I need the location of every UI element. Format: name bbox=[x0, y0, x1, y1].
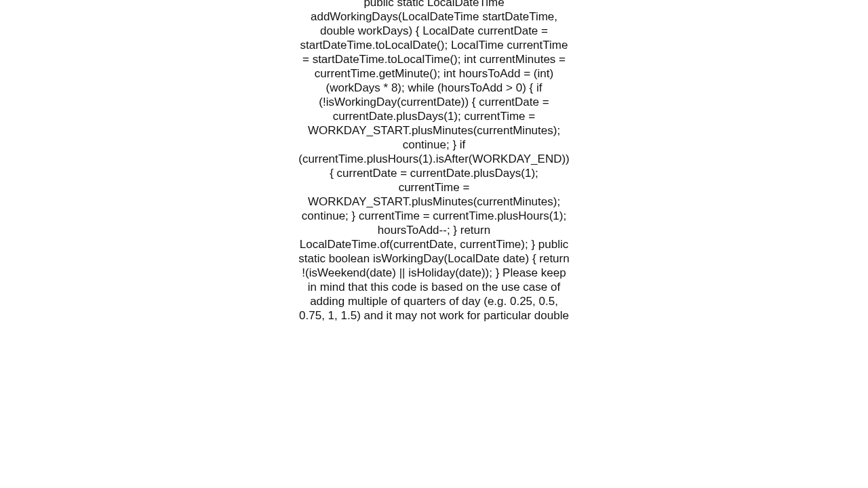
document-body: shift is 8 hours long) EDIT: refactored … bbox=[298, 0, 570, 469]
